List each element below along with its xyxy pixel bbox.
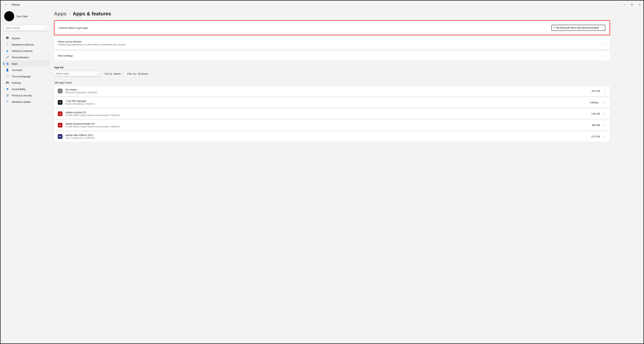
nav-label: System	[12, 37, 20, 40]
sidebar: Dan Clark ⌕ 🖥️SystemᛒBluetooth & devices…	[0, 9, 50, 343]
more-settings-card[interactable]: More settings ⌄	[54, 51, 610, 61]
profile-name: Dan Clark	[16, 15, 28, 18]
sidebar-search: ⌕	[4, 25, 49, 31]
back-button[interactable]: ←	[5, 3, 8, 7]
choose-where-card: Choose where to get apps The Microsoft S…	[55, 21, 609, 34]
choose-where-label: Choose where to get apps	[59, 27, 88, 29]
app-icon: A	[58, 123, 62, 127]
app-name: 3D Viewer	[66, 88, 592, 91]
maximize-button[interactable]	[628, 2, 636, 8]
apps-icon: ▦	[6, 62, 9, 65]
nav-item-accessibility[interactable]: ✱Accessibility	[4, 86, 49, 92]
bluetooth-devices-icon: ᛒ	[6, 43, 9, 46]
chevron-down-icon: ⌄	[122, 72, 124, 75]
app-sub: 21.005.20060 | Adobe Systems Incorporate…	[66, 114, 592, 116]
nav-item-windows-update[interactable]: ↻Windows Update	[4, 99, 49, 105]
app-sub: Microsoft Corporation | 8/31/2021	[66, 91, 592, 94]
chevron-down-icon[interactable]: ⌄	[604, 42, 606, 44]
titlebar: ← Settings	[0, 1, 644, 9]
settings-window: ← Settings Dan Clark ⌕ 🖥️SystemᛒBluetoot…	[0, 0, 644, 344]
profile[interactable]: Dan Clark	[4, 11, 49, 21]
nav-item-bluetooth-devices[interactable]: ᛒBluetooth & devices	[4, 41, 49, 48]
nav-label: Network & internet	[12, 50, 32, 52]
app-row[interactable]: AeAdobe After Effects 202118.4.1 | Adobe…	[54, 131, 610, 142]
app-more-button[interactable]: ⋮	[603, 112, 606, 116]
sidebar-search-input[interactable]	[4, 25, 49, 31]
main-content: Apps › Apps & features Choose where to g…	[50, 9, 644, 343]
personalization-icon: 🖌️	[6, 56, 9, 59]
nav-label: Apps	[12, 62, 18, 65]
nav-item-personalization[interactable]: 🖌️Personalization	[4, 54, 49, 60]
app-title: Settings	[11, 3, 20, 6]
share-across-subtitle: Continue app experiences on other device…	[58, 43, 126, 46]
search-icon: ⌕	[98, 72, 99, 75]
gaming-icon: 🎮	[6, 81, 9, 84]
app-row[interactable]: AAdobe Acrobat DC21.005.20060 | Adobe Sy…	[54, 108, 610, 119]
search-apps-input[interactable]	[54, 71, 101, 76]
nav-label: Gaming	[12, 81, 21, 84]
nav-item-system[interactable]: 🖥️System	[4, 35, 49, 41]
nav-item-gaming[interactable]: 🎮Gaming	[4, 79, 49, 86]
nav-item-privacy-security[interactable]: 🛡️Privacy & security	[4, 92, 49, 99]
highlight-box: Choose where to get apps The Microsoft S…	[54, 20, 610, 35]
app-size: 24.0 KB	[592, 90, 600, 92]
window-controls	[620, 2, 644, 8]
breadcrumb-parent[interactable]: Apps	[54, 11, 66, 17]
app-name: Adobe After Effects 2021	[66, 134, 592, 136]
search-icon: ⌕	[46, 27, 47, 29]
accessibility-icon: ✱	[6, 88, 9, 91]
app-more-button[interactable]: ⋮	[603, 89, 606, 93]
more-settings-title: More settings	[58, 54, 73, 57]
chevron-right-icon: ›	[69, 12, 70, 15]
nav-label: Accessibility	[12, 88, 26, 91]
app-more-button[interactable]: ⋮	[603, 135, 606, 138]
avatar	[4, 11, 14, 21]
chevron-down-icon[interactable]: ⌄	[604, 54, 606, 57]
share-across-card[interactable]: Share across devices Continue app experi…	[54, 37, 610, 49]
search-apps: ⌕	[54, 71, 101, 76]
nav-item-accounts[interactable]: 👤Accounts	[4, 67, 49, 73]
app-size: Loading...	[590, 101, 600, 104]
app-name: Adobe Acrobat DC	[66, 111, 592, 114]
sort-by-dropdown[interactable]: Sort by: Name ⌄	[104, 72, 124, 75]
app-sub: 21.005.20060 | Adobe Systems Incorporate…	[66, 125, 592, 128]
app-icon: 7z	[58, 100, 62, 105]
privacy-security-icon: 🛡️	[6, 94, 9, 97]
apps-found-count: 166 apps found	[54, 81, 610, 84]
share-across-title: Share across devices	[58, 40, 126, 43]
choose-where-dropdown[interactable]: The Microsoft Store only (Recommended) ⌄	[552, 25, 605, 31]
choose-where-selected: The Microsoft Store only (Recommended)	[556, 27, 599, 29]
nav-item-apps[interactable]: ▦Apps	[4, 60, 49, 67]
app-row[interactable]: 7z7-Zip File ManagerHauke Hasselberg | 3…	[54, 97, 610, 108]
app-more-button[interactable]: ⋮	[603, 123, 606, 127]
filter-by-dropdown[interactable]: Filter by: All drives ⌄	[127, 72, 150, 75]
app-row[interactable]: AAdobe Acrobat Reader DC21.005.20060 | A…	[54, 120, 610, 130]
minimize-button[interactable]	[620, 2, 628, 8]
network-internet-icon: ◆	[6, 49, 9, 52]
time-language-icon: 🕒	[6, 75, 9, 78]
app-row[interactable]: ⬚3D ViewerMicrosoft Corporation | 8/31/2…	[54, 86, 610, 96]
nav-item-time-language[interactable]: 🕒Time & language	[4, 73, 49, 79]
nav-label: Time & language	[12, 75, 31, 78]
windows-update-icon: ↻	[6, 100, 9, 103]
app-name: 7-Zip File Manager	[66, 100, 590, 102]
breadcrumb-current: Apps & features	[73, 11, 111, 17]
app-size: 384 MB	[592, 124, 600, 126]
app-list-label: App list	[54, 66, 610, 69]
close-button[interactable]	[636, 2, 644, 8]
nav-label: Privacy & security	[12, 94, 32, 97]
nav-label: Personalization	[12, 56, 29, 59]
app-sub: Hauke Hasselberg | 3/29/2021	[66, 103, 590, 105]
nav-label: Accounts	[12, 69, 22, 71]
app-icon: Ae	[58, 134, 62, 139]
app-icon: A	[58, 111, 62, 116]
app-icon: ⬚	[58, 89, 62, 93]
svg-rect-1	[631, 4, 633, 6]
app-size: 3.15 GB	[592, 135, 600, 138]
breadcrumb: Apps › Apps & features	[54, 11, 610, 17]
nav-item-network-internet[interactable]: ◆Network & internet	[4, 48, 49, 54]
app-more-button[interactable]: ⋮	[603, 101, 606, 104]
system-icon: 🖥️	[6, 37, 9, 40]
chevron-down-icon: ⌄	[149, 72, 150, 75]
app-name: Adobe Acrobat Reader DC	[66, 122, 592, 125]
